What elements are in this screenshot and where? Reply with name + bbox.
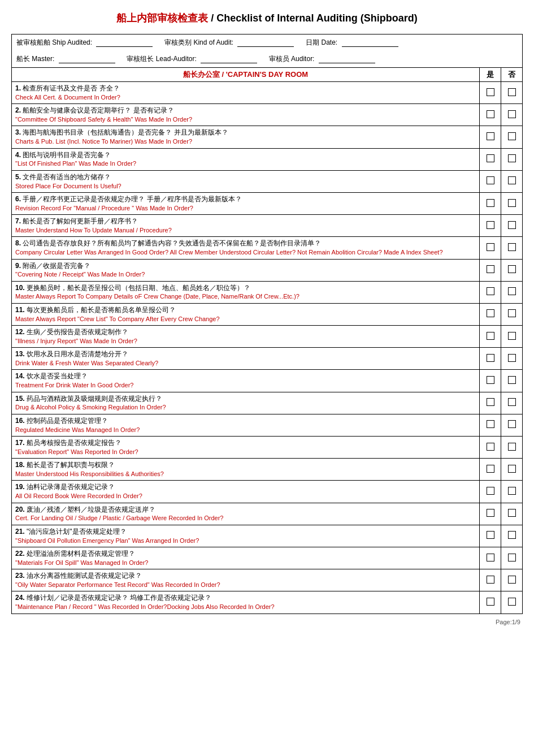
question-cn-21: 21. "油污应急计划"是否依规定处理？ xyxy=(15,527,476,537)
checkbox-no-13[interactable] xyxy=(501,348,523,370)
question-cn-20: 20. 废油／残渣／塑料／垃圾是否依规定送岸？ xyxy=(15,505,476,515)
checkbox-no-14[interactable] xyxy=(501,370,523,392)
question-en-12: "Illness / Injury Report" Was Made In Or… xyxy=(15,337,476,345)
checkbox-yes-10[interactable] xyxy=(480,281,501,303)
checkbox-yes-11[interactable] xyxy=(480,303,501,325)
question-cn-11: 11. 每次更换船员后，船长是否将船员名单呈报公司？ xyxy=(15,305,476,315)
checkbox-no-4[interactable] xyxy=(501,148,523,170)
question-en-2: "Committee Of Shipboard Safety & Health"… xyxy=(15,115,476,124)
checkbox-no-6[interactable] xyxy=(501,192,523,214)
kind-of-audit-value xyxy=(237,38,294,47)
checkbox-yes-7[interactable] xyxy=(480,215,501,237)
question-row: 17. 船员考核报告是否依规定报告？"Evaluation Report" Wa… xyxy=(12,437,523,459)
question-cn-5: 5. 文件是否有适当的地方储存？ xyxy=(15,172,476,182)
checkbox-no-2[interactable] xyxy=(501,104,523,126)
checkbox-no-10[interactable] xyxy=(501,281,523,303)
kind-of-audit-label: 审核类别 Kind of Audit: xyxy=(164,38,233,46)
ship-audited-label: 被审核船舶 Ship Audited: xyxy=(16,38,92,46)
checkbox-yes-21[interactable] xyxy=(480,525,501,547)
question-cn-24: 24. 维修计划／记录是否依规定记录？ 坞修工作是否依规定记录？ xyxy=(15,593,476,603)
checkbox-no-18[interactable] xyxy=(501,459,523,481)
checkbox-yes-20[interactable] xyxy=(480,503,501,525)
question-row: 3. 海图与航海图书目录（包括航海通告）是否完备？ 并且为最新版本？Charts… xyxy=(12,126,523,148)
header-row-1: 被审核船舶 Ship Audited: 审核类别 Kind of Audit: … xyxy=(12,34,523,51)
checkbox-yes-12[interactable] xyxy=(480,326,501,348)
checkbox-yes-15[interactable] xyxy=(480,392,501,414)
question-row: 13. 饮用水及日用水是否清楚地分开？Drink Water & Fresh W… xyxy=(12,348,523,370)
checkbox-no-5[interactable] xyxy=(501,170,523,192)
checkbox-yes-16[interactable] xyxy=(480,414,501,436)
question-row: 7. 船长是否了解如何更新手册／程序书？Master Understand Ho… xyxy=(12,215,523,237)
checkbox-no-16[interactable] xyxy=(501,414,523,436)
auditor-label: 审核员 Auditor: xyxy=(269,55,315,63)
checkbox-no-22[interactable] xyxy=(501,547,523,569)
checkbox-yes-6[interactable] xyxy=(480,192,501,214)
checkbox-no-8[interactable] xyxy=(501,237,523,259)
checkbox-yes-24[interactable] xyxy=(480,591,501,614)
checkbox-no-15[interactable] xyxy=(501,392,523,414)
question-en-6: Revision Record For "Manual / Procedure … xyxy=(15,204,476,213)
question-en-3: Charts & Pub. List (Incl. Notice To Mari… xyxy=(15,137,476,146)
checkbox-yes-2[interactable] xyxy=(480,104,501,126)
question-row: 10. 更换船员时，船长是否呈报公司（包括日期、地点、船员姓名／职位等）？Mas… xyxy=(12,281,523,303)
question-cn-19: 19. 油料记录薄是否依规定记录？ xyxy=(15,482,476,492)
question-en-19: All Oil Record Book Were Recorded In Ord… xyxy=(15,492,476,500)
question-cn-13: 13. 饮用水及日用水是否清楚地分开？ xyxy=(15,349,476,359)
checkbox-no-17[interactable] xyxy=(501,437,523,459)
question-cn-4: 4. 图纸与说明书目录是否完备？ xyxy=(15,150,476,160)
section-title: 船长办公室 / 'CAPTAIN'S DAY ROOM xyxy=(12,68,480,82)
question-row: 2. 船舶安全与健康会议是否定期举行？ 是否有记录？"Committee Of … xyxy=(12,104,523,126)
checkbox-yes-13[interactable] xyxy=(480,348,501,370)
question-en-14: Treatment For Drink Water In Good Order? xyxy=(15,381,476,390)
checkbox-yes-17[interactable] xyxy=(480,437,501,459)
question-en-9: "Covering Note / Receipt" Was Made In Or… xyxy=(15,270,476,279)
question-en-11: Master Always Report "Crew List" To Comp… xyxy=(15,315,476,323)
checkbox-no-3[interactable] xyxy=(501,126,523,148)
checkbox-yes-19[interactable] xyxy=(480,481,501,503)
question-row: 6. 手册／程序书更正记录是否依规定办理？ 手册／程序书是否为最新版本？Revi… xyxy=(12,192,523,214)
question-cn-8: 8. 公司通告是否存放良好？所有船员均了解通告内容？失效通告是否不保留在船？是否… xyxy=(15,239,476,248)
checkbox-yes-8[interactable] xyxy=(480,237,501,259)
checkbox-no-9[interactable] xyxy=(501,259,523,281)
checkbox-yes-14[interactable] xyxy=(480,370,501,392)
checkbox-no-11[interactable] xyxy=(501,303,523,325)
checkbox-no-19[interactable] xyxy=(501,481,523,503)
question-row: 8. 公司通告是否存放良好？所有船员均了解通告内容？失效通告是否不保留在船？是否… xyxy=(12,237,523,259)
checkbox-no-12[interactable] xyxy=(501,326,523,348)
checkbox-no-24[interactable] xyxy=(501,591,523,614)
question-cn-17: 17. 船员考核报告是否依规定报告？ xyxy=(15,438,476,448)
col-yes-header: 是 xyxy=(480,68,501,82)
checkbox-no-23[interactable] xyxy=(501,569,523,591)
checkbox-no-1[interactable] xyxy=(501,82,523,104)
header-row-2: 船长 Master: 审核组长 Lead-Auditor: 审核员 Audito… xyxy=(12,51,523,68)
checkbox-yes-23[interactable] xyxy=(480,569,501,591)
checkbox-yes-9[interactable] xyxy=(480,259,501,281)
checkbox-yes-1[interactable] xyxy=(480,82,501,104)
question-cn-9: 9. 附函／收据是否完备？ xyxy=(15,261,476,271)
question-cn-16: 16. 控制药品是否依规定管理？ xyxy=(15,416,476,426)
master-value xyxy=(59,55,115,63)
question-row: 22. 处理溢油所需材料是否依规定管理？"Materials For Oil S… xyxy=(12,547,523,569)
checkbox-yes-3[interactable] xyxy=(480,126,501,148)
checkbox-no-21[interactable] xyxy=(501,525,523,547)
question-en-5: Stored Place For Document Is Useful? xyxy=(15,182,476,191)
question-row: 24. 维修计划／记录是否依规定记录？ 坞修工作是否依规定记录？"Mainten… xyxy=(12,591,523,614)
question-cn-1: 1. 检查所有证书及文件是否 齐全？ xyxy=(15,84,476,93)
question-en-23: "Oily Water Separator Performance Test R… xyxy=(15,581,476,589)
question-cn-15: 15. 药品与酒精政策及吸烟规则是否依规定执行？ xyxy=(15,394,476,404)
question-row: 15. 药品与酒精政策及吸烟规则是否依规定执行？Drug & Alcohol P… xyxy=(12,392,523,414)
question-cn-23: 23. 油水分离器性能测试是否依规定记录？ xyxy=(15,571,476,581)
question-cn-7: 7. 船长是否了解如何更新手册／程序书？ xyxy=(15,217,476,226)
question-row: 18. 船长是否了解其职责与权限？Master Understood His R… xyxy=(12,459,523,481)
question-en-4: "List Of Finished Plan" Was Made In Orde… xyxy=(15,159,476,168)
checkbox-yes-22[interactable] xyxy=(480,547,501,569)
checkbox-no-20[interactable] xyxy=(501,503,523,525)
question-en-17: "Evaluation Report" Was Reported In Orde… xyxy=(15,448,476,456)
checkbox-yes-4[interactable] xyxy=(480,148,501,170)
checkbox-yes-5[interactable] xyxy=(480,170,501,192)
col-no-header: 否 xyxy=(501,68,523,82)
checkbox-no-7[interactable] xyxy=(501,215,523,237)
question-en-21: "Shipboard Oil Pollution Emergency Plan"… xyxy=(15,537,476,545)
checkbox-yes-18[interactable] xyxy=(480,459,501,481)
page-title: 船上内部审核检查表 / Checklist of Internal Auditi… xyxy=(11,11,523,25)
